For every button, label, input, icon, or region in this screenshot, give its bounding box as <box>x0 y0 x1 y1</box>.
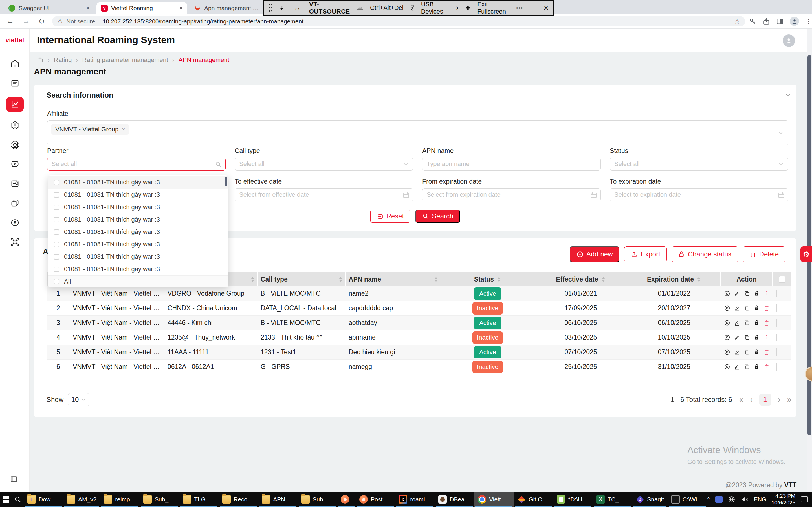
attach-arrows-icon[interactable]: →← <box>291 4 302 12</box>
close-tab-icon[interactable]: × <box>86 4 90 12</box>
close-tab-icon[interactable]: × <box>179 4 183 12</box>
sidebar-item-files[interactable] <box>6 197 24 209</box>
sort-icon[interactable] <box>602 277 605 282</box>
usb-devices-button[interactable]: USB Devices <box>421 1 450 15</box>
call-type-select[interactable] <box>235 158 413 170</box>
col-expiration-date[interactable]: Expiration date <box>627 272 721 286</box>
sort-icon[interactable] <box>339 277 342 282</box>
next-page-icon[interactable]: › <box>778 395 780 404</box>
view-icon[interactable] <box>724 319 730 327</box>
row-checkbox[interactable] <box>776 363 777 371</box>
taskbar-app[interactable]: Downlo... <box>24 492 63 507</box>
sort-icon[interactable] <box>251 277 254 282</box>
taskbar-app[interactable]: C:\Wind... <box>668 492 707 507</box>
taskbar-app[interactable]: reimport <box>100 492 140 507</box>
sidebar-item-home[interactable] <box>6 58 24 70</box>
tab-swagger[interactable]: {…} Swagger UI × <box>4 2 94 14</box>
taskbar-app[interactable]: roaming... <box>395 492 435 507</box>
warning-icon[interactable]: ⚠ <box>57 18 63 25</box>
chevron-down-icon[interactable] <box>777 130 784 136</box>
remove-tag-icon[interactable]: × <box>122 126 125 132</box>
sidebar-item-messages[interactable] <box>6 158 24 170</box>
lock-icon[interactable] <box>753 334 760 341</box>
from-expiration-date-input[interactable] <box>422 188 601 201</box>
partner-input[interactable] <box>47 158 225 170</box>
current-page[interactable]: 1 <box>759 394 771 405</box>
status-input[interactable] <box>610 158 788 170</box>
row-checkbox[interactable] <box>776 290 777 297</box>
clock[interactable]: 4:23 PM 10/6/2025 <box>771 493 795 506</box>
view-icon[interactable] <box>724 290 730 297</box>
edit-icon[interactable] <box>733 363 740 371</box>
drag-grip-icon[interactable] <box>268 3 272 13</box>
taskbar-app[interactable]: Viettel R... <box>474 492 514 507</box>
tab-viettel-roaming[interactable]: V Viettel Roaming × <box>96 2 187 14</box>
keyboard-icon[interactable] <box>357 4 363 11</box>
sidebar-item-reports[interactable] <box>6 97 24 112</box>
change-status-button[interactable]: Change status <box>671 246 738 262</box>
table-row[interactable]: 4 VNMVT - Việt Nam - Viettel Group 1235@… <box>47 330 792 345</box>
select-all-checkbox[interactable] <box>779 276 785 283</box>
user-avatar[interactable] <box>783 35 795 47</box>
lock-icon[interactable] <box>753 319 760 327</box>
sidebar-item-documents[interactable] <box>6 77 24 89</box>
copy-icon[interactable] <box>744 304 750 312</box>
taskbar-app[interactable]: Git CMD... <box>514 492 553 507</box>
lock-icon[interactable] <box>753 304 760 312</box>
dropdown-option[interactable]: 01081 - 01081-TN thích gây war :3 <box>48 176 229 188</box>
col-call-type[interactable]: Call type <box>258 272 346 286</box>
minimize-toolbar-icon[interactable]: — <box>530 4 537 12</box>
bookmark-star-icon[interactable]: ☆ <box>734 17 740 25</box>
copy-icon[interactable] <box>744 290 750 297</box>
dropdown-option[interactable]: 01081 - 01081-TN thích gây war :3 <box>48 226 229 238</box>
breadcrumb-rating-parameter[interactable]: Rating parameter management <box>82 56 168 64</box>
to-expiration-date-picker[interactable] <box>610 188 788 201</box>
sort-icon[interactable] <box>434 277 438 282</box>
view-icon[interactable] <box>724 363 730 371</box>
delete-row-icon[interactable] <box>763 319 770 327</box>
taskbar-app[interactable]: APN Ma... <box>258 492 298 507</box>
url-bar[interactable]: ⚠ Not secure 10.207.252.135:8200/roaming… <box>52 16 745 26</box>
tab-gitlab[interactable]: Apn management (!1543) - M <box>190 2 263 14</box>
collapse-chevron-icon[interactable] <box>784 92 792 99</box>
taskbar-app[interactable]: Snagit <box>632 492 668 507</box>
sidebar-item-invoices[interactable] <box>6 178 24 190</box>
edit-icon[interactable] <box>733 290 740 297</box>
sort-icon[interactable] <box>497 277 501 282</box>
option-checkbox[interactable] <box>54 180 59 185</box>
forward-icon[interactable]: → <box>22 17 30 25</box>
delete-row-icon[interactable] <box>763 348 770 356</box>
start-button[interactable] <box>0 492 12 507</box>
lock-icon[interactable] <box>753 363 760 371</box>
table-row[interactable]: 5 VNMVT - Việt Nam - Viettel Group 11AAA… <box>47 345 792 359</box>
taskbar-app[interactable]: Postman <box>356 492 395 507</box>
option-checkbox[interactable] <box>54 267 59 272</box>
sidebar-item-billing[interactable]: $ <box>6 217 24 229</box>
option-checkbox[interactable] <box>54 254 59 260</box>
volume-muted-icon[interactable] <box>741 496 749 503</box>
apn-name-input[interactable] <box>422 158 601 170</box>
sidebar-item-alerts[interactable] <box>6 119 24 131</box>
col-effective-date[interactable]: Effective date <box>534 272 627 286</box>
apn-name-box[interactable] <box>422 158 601 170</box>
col-status[interactable]: Status <box>441 272 534 286</box>
option-checkbox[interactable] <box>54 205 59 210</box>
table-row[interactable]: 3 VNMVT - Việt Nam - Viettel Group 44446… <box>47 316 792 330</box>
exit-fullscreen-button[interactable]: Exit Fullscreen <box>477 1 509 15</box>
lock-icon[interactable] <box>753 290 760 297</box>
row-checkbox[interactable] <box>776 304 777 312</box>
usb-icon[interactable] <box>410 4 414 12</box>
close-toolbar-icon[interactable]: × <box>544 3 549 13</box>
back-icon[interactable]: ← <box>6 17 14 25</box>
status-select[interactable] <box>610 158 788 170</box>
floating-widget[interactable] <box>805 367 812 382</box>
to-effective-date-input[interactable] <box>235 188 413 201</box>
taskbar-search-button[interactable] <box>12 492 24 507</box>
more-options-icon[interactable]: ⋯ <box>516 4 523 12</box>
page-size-select[interactable]: 10 <box>68 393 89 406</box>
add-new-button[interactable]: Add new <box>570 246 619 262</box>
home-icon[interactable] <box>37 57 43 63</box>
hidden-icons-chevron[interactable]: ^ <box>707 496 710 503</box>
copy-icon[interactable] <box>744 363 750 371</box>
edit-icon[interactable] <box>733 319 740 327</box>
